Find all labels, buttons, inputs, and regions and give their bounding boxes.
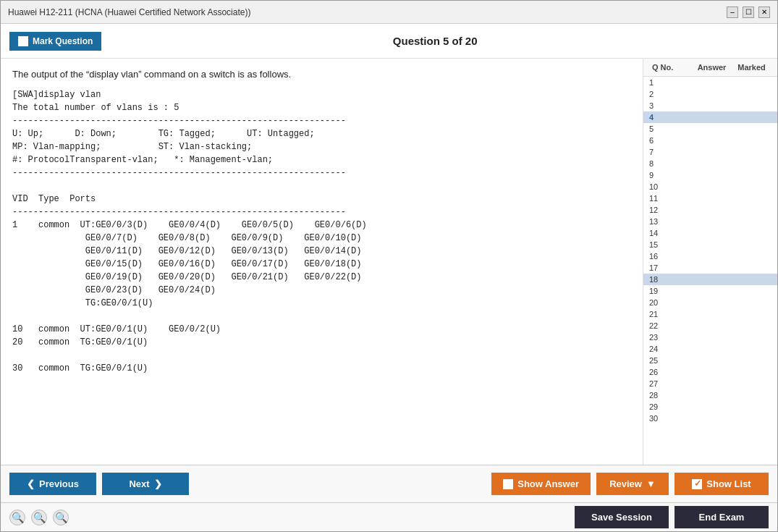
sidebar-cell-qno: 12 [649, 206, 690, 214]
sidebar-row[interactable]: 24 [643, 343, 777, 355]
sidebar-cell-qno: 25 [649, 356, 690, 365]
prev-chevron-icon [27, 478, 35, 489]
content-area: The output of the “display vlan” command… [1, 59, 643, 465]
sidebar-row[interactable]: 6 [643, 135, 777, 146]
end-exam-button[interactable]: End Exam [675, 506, 769, 528]
sidebar-row[interactable]: 22 [643, 320, 777, 332]
sidebar-row[interactable]: 26 [643, 366, 777, 378]
sidebar-row[interactable]: 8 [643, 158, 777, 169]
sidebar-row[interactable]: 12 [643, 204, 777, 216]
zoom-out-button[interactable]: 🔍 [53, 510, 69, 525]
main-window: Huawei H12-211 (HCNA (Huawei Certified N… [0, 0, 778, 532]
sidebar-cell-qno: 13 [649, 217, 690, 226]
sidebar-row[interactable]: 28 [643, 389, 777, 401]
sidebar-cell-qno: 20 [649, 298, 690, 307]
sidebar-cell-qno: 7 [649, 148, 690, 156]
review-button[interactable]: Review ▼ [596, 473, 669, 495]
sidebar-question-list[interactable]: 1234567891011121314151617181920212223242… [643, 77, 777, 465]
previous-button[interactable]: Previous [9, 473, 96, 495]
toolbar: Mark Question Question 5 of 20 [1, 24, 777, 59]
sidebar-header-qno: Q No. [649, 63, 692, 72]
window-title: Huawei H12-211 (HCNA (Huawei Certified N… [8, 7, 250, 17]
sidebar-row[interactable]: 30 [643, 413, 777, 424]
mark-question-button[interactable]: Mark Question [9, 32, 101, 51]
sidebar-row[interactable]: 21 [643, 308, 777, 320]
sidebar-cell-qno: 2 [649, 90, 690, 98]
sidebar-row[interactable]: 14 [643, 227, 777, 239]
sidebar-row[interactable]: 13 [643, 216, 777, 227]
next-chevron-icon [154, 478, 162, 489]
sidebar-row[interactable]: 23 [643, 332, 777, 343]
sidebar-cell-qno: 4 [649, 113, 690, 122]
sidebar-cell-qno: 5 [649, 124, 690, 133]
show-list-label: Show List [706, 478, 750, 489]
sidebar-row[interactable]: 29 [643, 401, 777, 413]
zoom-reset-button[interactable]: 🔍 [31, 510, 47, 525]
zoom-reset-icon: 🔍 [33, 512, 46, 523]
sidebar-cell-qno: 11 [649, 194, 690, 203]
sidebar-cell-qno: 8 [649, 159, 690, 168]
sidebar-cell-qno: 15 [649, 240, 690, 249]
sidebar-header: Q No. Answer Marked [643, 59, 777, 77]
zoom-in-button[interactable]: 🔍 [9, 510, 25, 525]
window-controls: – ☐ ✕ [727, 7, 770, 18]
sidebar-cell-qno: 19 [649, 287, 690, 295]
sidebar-cell-qno: 6 [649, 136, 690, 145]
sidebar-cell-qno: 26 [649, 368, 690, 376]
next-button[interactable]: Next [102, 473, 189, 495]
sidebar-cell-qno: 16 [649, 252, 690, 261]
sidebar-header-marked: Marked [732, 63, 771, 72]
maximize-button[interactable]: ☐ [743, 7, 754, 18]
show-answer-checkbox-icon [503, 479, 513, 489]
sidebar-row[interactable]: 19 [643, 285, 777, 297]
sidebar-row[interactable]: 18 [643, 274, 777, 285]
sidebar-row[interactable]: 7 [643, 146, 777, 158]
title-bar: Huawei H12-211 (HCNA (Huawei Certified N… [1, 1, 777, 24]
sidebar-row[interactable]: 15 [643, 239, 777, 250]
sidebar-cell-qno: 27 [649, 379, 690, 388]
save-session-label: Save Session [591, 512, 652, 523]
close-button[interactable]: ✕ [758, 7, 770, 18]
zoom-out-icon: 🔍 [55, 512, 67, 523]
question-list-sidebar: Q No. Answer Marked 12345678910111213141… [643, 59, 777, 465]
minimize-button[interactable]: – [727, 7, 738, 18]
sidebar-cell-qno: 28 [649, 391, 690, 400]
sidebar-row[interactable]: 16 [643, 250, 777, 262]
sidebar-row[interactable]: 4 [643, 111, 777, 123]
sidebar-cell-qno: 29 [649, 402, 690, 411]
zoom-bar: 🔍 🔍 🔍 Save Session End Exam [1, 502, 777, 531]
mark-question-label: Mark Question [33, 36, 93, 46]
sidebar-cell-qno: 9 [649, 171, 690, 180]
sidebar-row[interactable]: 20 [643, 297, 777, 308]
show-answer-button[interactable]: Show Answer [491, 473, 591, 495]
sidebar-cell-qno: 23 [649, 333, 690, 342]
show-list-button[interactable]: Show List [675, 473, 769, 495]
sidebar-cell-qno: 30 [649, 414, 690, 423]
sidebar-row[interactable]: 10 [643, 181, 777, 193]
question-text: The output of the “display vlan” command… [12, 69, 631, 80]
sidebar-row[interactable]: 27 [643, 378, 777, 389]
sidebar-row[interactable]: 2 [643, 88, 777, 100]
sidebar-row[interactable]: 1 [643, 77, 777, 88]
save-session-button[interactable]: Save Session [575, 506, 669, 528]
review-dropdown-icon: ▼ [646, 478, 656, 489]
sidebar-cell-qno: 10 [649, 182, 690, 191]
sidebar-row[interactable]: 3 [643, 100, 777, 111]
sidebar-cell-qno: 1 [649, 78, 690, 87]
sidebar-cell-qno: 24 [649, 345, 690, 353]
next-label: Next [129, 478, 149, 489]
sidebar-row[interactable]: 9 [643, 169, 777, 181]
question-title: Question 5 of 20 [101, 35, 769, 47]
sidebar-header-answer: Answer [692, 63, 732, 72]
sidebar-row[interactable]: 5 [643, 123, 777, 135]
mark-checkbox-icon [18, 36, 28, 46]
review-label: Review [609, 478, 642, 489]
sidebar-row[interactable]: 11 [643, 193, 777, 204]
sidebar-row[interactable]: 25 [643, 355, 777, 366]
bottom-navigation-bar: Previous Next Show Answer Review ▼ Show … [1, 465, 777, 502]
sidebar-cell-qno: 18 [649, 275, 690, 284]
show-list-checkbox-icon [692, 479, 702, 489]
show-answer-label: Show Answer [517, 478, 579, 489]
end-exam-label: End Exam [699, 512, 745, 523]
sidebar-row[interactable]: 17 [643, 262, 777, 274]
